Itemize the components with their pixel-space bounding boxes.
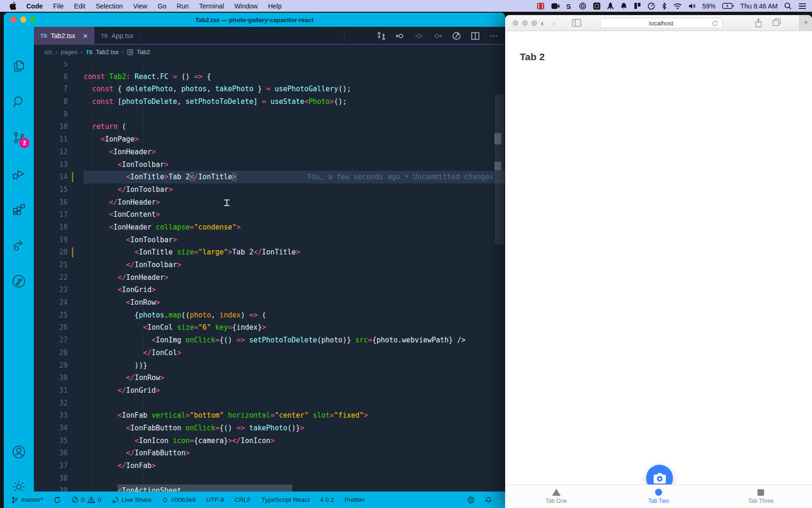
tab-overview-icon[interactable] bbox=[773, 18, 781, 27]
code-line-8[interactable]: 8 const [photoToDelete, setPhotoToDelete… bbox=[34, 95, 505, 108]
rocket-icon[interactable] bbox=[607, 2, 614, 10]
code-line-38[interactable]: 38 bbox=[34, 472, 505, 485]
code-line-20[interactable]: 20 <IonTitle size="large">Tab 2</IonTitl… bbox=[34, 246, 505, 259]
open-change-icon[interactable] bbox=[414, 32, 423, 40]
code-line-39[interactable]: 39 <IonActionSheet bbox=[34, 484, 505, 492]
split-editor-icon[interactable] bbox=[471, 32, 480, 40]
menu-view[interactable]: View bbox=[128, 2, 152, 10]
share-icon[interactable] bbox=[755, 18, 762, 27]
window-layout-icon[interactable] bbox=[634, 2, 641, 9]
reload-icon[interactable] bbox=[711, 20, 718, 27]
notifications-bell-icon[interactable] bbox=[485, 496, 492, 504]
close-window-button[interactable] bbox=[10, 16, 16, 23]
code-line-12[interactable]: 12 <IonHeader> bbox=[34, 146, 505, 159]
tab-tab-two[interactable]: Tab Two bbox=[608, 485, 710, 508]
code-line-31[interactable]: 31 </IonGrid> bbox=[34, 384, 505, 397]
code-line-30[interactable]: 30 </IonRow> bbox=[34, 372, 505, 384]
breadcrumb-pages[interactable]: pages bbox=[61, 48, 77, 56]
back-button[interactable]: ‹ bbox=[541, 18, 544, 28]
feedback-icon[interactable] bbox=[467, 496, 475, 504]
address-bar[interactable]: localhost bbox=[600, 18, 722, 28]
code-line-27[interactable]: 27 <IonImg onClick={() => setPhotoToDele… bbox=[34, 334, 505, 347]
git-branch-status[interactable]: master* bbox=[11, 496, 43, 504]
code-line-7[interactable]: 7 const { deletePhoto, photos, takePhoto… bbox=[34, 83, 505, 95]
code-line-19[interactable]: 19 <IonToolbar> bbox=[34, 234, 505, 246]
sidebar-toggle-icon[interactable] bbox=[572, 19, 581, 27]
forward-button[interactable]: › bbox=[552, 18, 555, 28]
control-center-icon[interactable] bbox=[798, 3, 806, 9]
menu-window[interactable]: Window bbox=[229, 2, 263, 10]
new-tab-button[interactable]: + bbox=[799, 15, 812, 31]
code-line-33[interactable]: 33 <IonFab vertical="bottom" horizontal=… bbox=[34, 409, 505, 422]
code-line-21[interactable]: 21 </IonToolbar> bbox=[34, 259, 505, 271]
code-line-34[interactable]: 34 <IonFabButton onClick={() => takePhot… bbox=[34, 422, 505, 435]
menu-edit[interactable]: Edit bbox=[69, 2, 91, 10]
volume-icon[interactable] bbox=[688, 3, 696, 9]
formatter-status[interactable]: Prettier bbox=[344, 496, 365, 503]
menu-file[interactable]: File bbox=[48, 2, 69, 10]
sync-button[interactable] bbox=[54, 496, 61, 504]
code-line-36[interactable]: 36 </IonFabButton> bbox=[34, 447, 505, 460]
code-line-25[interactable]: 25 {photos.map((photo, index) => ( bbox=[34, 309, 505, 322]
activity-source-control-icon[interactable]: 2 bbox=[4, 130, 34, 145]
bluetooth-icon[interactable] bbox=[662, 2, 667, 10]
breadcrumb-src[interactable]: src bbox=[44, 48, 52, 56]
menu-code[interactable]: Code bbox=[21, 2, 48, 10]
minimize-window-button[interactable] bbox=[20, 16, 26, 23]
menu-help[interactable]: Help bbox=[263, 2, 287, 10]
vscode-title-bar[interactable]: Tab2.tsx — photo-gallery-capacitor-react bbox=[4, 13, 505, 27]
code-line-11[interactable]: 11 <IonPage> bbox=[34, 133, 505, 146]
next-change-icon[interactable] bbox=[433, 32, 442, 40]
code-line-13[interactable]: 13 <IonToolbar> bbox=[34, 159, 505, 171]
code-line-22[interactable]: 22 </IonHeader> bbox=[34, 271, 505, 284]
code-line-5[interactable]: 5 bbox=[34, 62, 505, 71]
code-line-37[interactable]: 37 </IonFab> bbox=[34, 460, 505, 472]
spotlight-search-icon[interactable] bbox=[784, 2, 792, 10]
editor-scrollbar[interactable] bbox=[495, 95, 504, 245]
menu-terminal[interactable]: Terminal bbox=[194, 2, 229, 10]
breadcrumb-file[interactable]: Tab2.tsx bbox=[96, 48, 118, 56]
code-line-17[interactable]: 17 <IonContent> bbox=[34, 208, 505, 221]
code-line-9[interactable]: 9 bbox=[34, 108, 505, 121]
code-line-24[interactable]: 24 <IonRow> bbox=[34, 296, 505, 309]
code-line-32[interactable]: 32 bbox=[34, 397, 505, 410]
code-line-10[interactable]: 10 return ( bbox=[34, 120, 505, 133]
code-line-28[interactable]: 28 </IonCol> bbox=[34, 347, 505, 359]
code-line-14[interactable]: 14 <IonTitle>Tab 2</IonTitle>You, a few … bbox=[34, 171, 505, 183]
code-line-18[interactable]: 18 <IonHeader collapse="condense"> bbox=[34, 221, 505, 234]
code-line-15[interactable]: 15 </IonToolbar> bbox=[34, 183, 505, 196]
zoom-window-button[interactable] bbox=[531, 20, 537, 26]
problems-status[interactable]: 0 0 bbox=[71, 496, 102, 503]
close-window-button[interactable] bbox=[513, 20, 518, 26]
code-line-29[interactable]: 29 ))} bbox=[34, 359, 505, 372]
activity-extensions-icon[interactable] bbox=[4, 202, 34, 217]
code-line-26[interactable]: 26 <IonCol size="6" key={index}> bbox=[34, 321, 505, 334]
close-tab-icon[interactable]: ✕ bbox=[83, 32, 88, 40]
compass-icon[interactable] bbox=[648, 2, 655, 10]
menu-go[interactable]: Go bbox=[152, 2, 172, 10]
code-line-35[interactable]: 35 <IonIcon icon={camera}></IonIcon> bbox=[34, 435, 505, 447]
menu-bar-clock[interactable]: Thu 8:46 AM bbox=[741, 2, 778, 10]
breadcrumb-symbol[interactable]: Tab2 bbox=[137, 48, 150, 56]
activity-gitlens-icon[interactable] bbox=[4, 273, 34, 289]
previous-change-icon[interactable] bbox=[396, 32, 405, 40]
language-mode-status[interactable]: TypeScript React bbox=[261, 496, 310, 503]
activity-run-debug-icon[interactable] bbox=[4, 166, 34, 181]
wifi-icon[interactable] bbox=[673, 3, 682, 9]
film-strip-icon[interactable] bbox=[537, 2, 545, 10]
code-line-6[interactable]: 6const Tab2: React.FC = () => { bbox=[34, 71, 505, 83]
activity-accounts-icon[interactable] bbox=[4, 444, 34, 460]
menu-run[interactable]: Run bbox=[172, 2, 194, 10]
display-icon[interactable] bbox=[593, 2, 601, 10]
eol-status[interactable]: CRLF bbox=[234, 496, 251, 503]
apple-menu-icon[interactable] bbox=[9, 2, 16, 10]
tab-tab2-tsx[interactable]: TS Tab2.tsx ✕ bbox=[34, 27, 94, 45]
activity-live-share-icon[interactable] bbox=[4, 238, 34, 253]
typescript-version-status[interactable]: 4.0.2 bbox=[320, 496, 334, 503]
target-icon[interactable] bbox=[579, 2, 586, 10]
breadcrumb[interactable]: src › pages › TS Tab2.tsx › Tab2 bbox=[34, 46, 505, 58]
minimize-window-button[interactable] bbox=[522, 20, 528, 26]
timeline-icon[interactable] bbox=[452, 32, 461, 40]
peacock-color-status[interactable]: #00b3e6 bbox=[162, 496, 196, 504]
activity-search-icon[interactable] bbox=[4, 95, 34, 110]
